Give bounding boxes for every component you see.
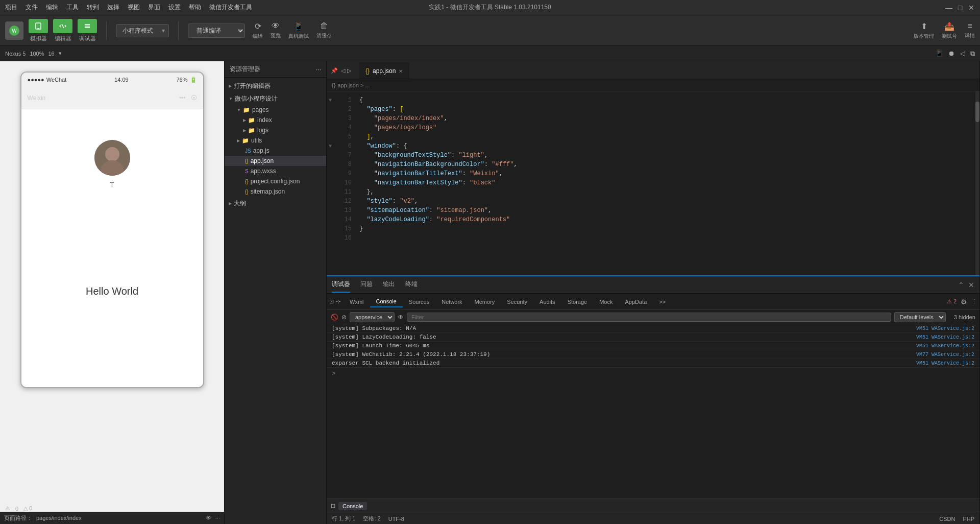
console-clear-icon[interactable]: 🚫 (331, 314, 338, 321)
tab-mock[interactable]: Mock (593, 297, 619, 307)
devtools-close-icon[interactable]: ✕ (968, 281, 974, 289)
editor-button[interactable]: 编辑器 (53, 19, 72, 42)
eye-icon[interactable]: 👁 (206, 515, 211, 521)
clear-cache-label: 清缓存 (316, 32, 332, 39)
phone-icon[interactable]: 📱 (935, 50, 943, 57)
tab-network[interactable]: Network (435, 297, 468, 307)
test-account-button[interactable]: 📤 测试号 (942, 21, 957, 40)
file-tree-more[interactable]: ··· (316, 66, 321, 73)
more-dots-icon[interactable]: ••• (179, 94, 186, 102)
console-filter-input[interactable] (407, 313, 891, 322)
copy-icon[interactable]: ⧉ (970, 50, 975, 58)
problems-header-tab[interactable]: 问题 (360, 277, 373, 293)
battery-icon: 🔋 (190, 77, 197, 83)
menu-file[interactable]: 文件 (26, 3, 38, 12)
tab-appdata[interactable]: AppData (619, 297, 653, 307)
log-level-selector[interactable]: Default levels (894, 312, 946, 322)
devtools-settings-icon[interactable]: ⚙ (961, 298, 967, 306)
menu-settings[interactable]: 设置 (168, 3, 181, 12)
pin-icon[interactable]: 📌 (331, 67, 338, 74)
debugger-header-tab[interactable]: 调试器 (332, 277, 350, 293)
tree-item-projectconfig[interactable]: {} project.config.json (225, 176, 326, 186)
project-section-chevron: ▼ (229, 97, 233, 101)
menu-tools[interactable]: 工具 (66, 3, 79, 12)
compile-selector-wrap[interactable]: 普通编译 (188, 23, 245, 38)
simulator-button[interactable]: 模拟器 (29, 19, 48, 42)
tab-appjson[interactable]: {} app.json ✕ (359, 62, 409, 79)
mode-selector[interactable]: 小程序模式 (116, 24, 169, 37)
preview-button[interactable]: 👁 预览 (271, 21, 281, 39)
detail-button[interactable]: ≡ 详情 (965, 21, 975, 39)
terminal-header-tab[interactable]: 终端 (405, 277, 418, 293)
minimize-button[interactable]: — (945, 4, 952, 11)
tree-item-appwxss[interactable]: S app.wxss (225, 166, 326, 176)
console-input-tab[interactable]: Console (338, 502, 367, 510)
record-icon[interactable]: ⏺ (948, 50, 955, 57)
devtools-inspect-icon[interactable]: ⊡ (329, 298, 334, 305)
menu-view[interactable]: 视图 (128, 3, 140, 12)
compile-selector[interactable]: 普通编译 (188, 23, 245, 38)
device-chevron[interactable]: ▾ (59, 50, 62, 57)
tab-wxml[interactable]: Wxml (344, 297, 370, 307)
tab-security[interactable]: Security (501, 297, 533, 307)
tree-item-utils[interactable]: ▶ 📁 utils (225, 135, 326, 146)
scrollbar-thumb[interactable] (975, 102, 979, 122)
toolbar-actions: ⟳ 编译 👁 预览 📱 真机调试 🗑 清缓存 (253, 21, 332, 40)
output-header-tab[interactable]: 输出 (383, 277, 395, 293)
tab-console[interactable]: Console (370, 296, 403, 307)
tree-item-sitemap[interactable]: {} sitemap.json (225, 186, 326, 197)
eye-console-icon[interactable]: 👁 (398, 314, 404, 321)
phone-content: T Hello World (21, 109, 203, 388)
devtools-more-icon[interactable]: ⋮ (971, 298, 977, 305)
menu-help[interactable]: 帮助 (189, 3, 201, 12)
menu-ui[interactable]: 界面 (148, 3, 160, 12)
tree-item-index[interactable]: ▶ 📁 index (225, 115, 326, 125)
tree-item-appjs[interactable]: JS app.js (225, 146, 326, 156)
debugger-button[interactable]: 调试器 (78, 19, 97, 42)
devtools-expand-icon[interactable]: ⌃ (958, 281, 964, 289)
open-editors-header[interactable]: ▶ 打开的编辑器 (225, 80, 326, 92)
code-line-1: { (359, 96, 970, 105)
tab-more-button[interactable]: >> (653, 297, 672, 307)
compile-button[interactable]: ⟳ 编译 (253, 21, 263, 40)
menu-edit[interactable]: 编辑 (46, 3, 58, 12)
index-chevron: ▶ (243, 118, 246, 123)
console-output[interactable]: [system] Subpackages: N/A VM51 WAService… (327, 324, 979, 498)
file-tree-panel: 资源管理器 ··· ▶ 打开的编辑器 ▼ 微信小程序设计 ▼ 📁 (225, 61, 327, 524)
project-section-header[interactable]: ▼ 微信小程序设计 (225, 93, 326, 105)
version-mgmt-button[interactable]: ⬆ 版本管理 (914, 21, 934, 40)
project-section-label: 微信小程序设计 (235, 94, 278, 103)
camera-icon[interactable]: ⦿ (191, 94, 197, 102)
window-controls[interactable]: — □ ✕ (945, 4, 975, 11)
tab-sources[interactable]: Sources (403, 297, 435, 307)
devtools-cursor-icon[interactable]: ⊹ (336, 298, 340, 305)
forward-icon[interactable]: ▷ (347, 67, 351, 74)
clear-cache-button[interactable]: 🗑 清缓存 (316, 21, 332, 39)
menu-project[interactable]: 项目 (5, 3, 17, 12)
tree-item-appjson[interactable]: {} app.json (225, 156, 326, 166)
menu-devtools[interactable]: 微信开发者工具 (209, 3, 252, 12)
close-button[interactable]: ✕ (968, 4, 975, 11)
tree-item-pages[interactable]: ▼ 📁 pages (225, 105, 326, 115)
svg-text:W: W (12, 28, 17, 34)
mode-selector-wrap[interactable]: 小程序模式 (116, 24, 169, 37)
more-icon[interactable]: ··· (215, 515, 220, 521)
menu-select[interactable]: 选择 (107, 3, 119, 12)
tab-memory[interactable]: Memory (469, 297, 501, 307)
rewind-icon[interactable]: ◁ (960, 50, 965, 57)
toolbar-divider-2 (178, 21, 179, 40)
tab-audits[interactable]: Audits (533, 297, 561, 307)
console-filter-icon[interactable]: ⊘ (341, 314, 347, 321)
menu-goto[interactable]: 转到 (87, 3, 99, 12)
maximize-button[interactable]: □ (957, 4, 964, 11)
tree-item-logs[interactable]: ▶ 📁 logs (225, 125, 326, 135)
back-icon[interactable]: ◁ (341, 67, 345, 74)
tab-close-button[interactable]: ✕ (399, 68, 403, 74)
console-input-icon[interactable]: ⊡ (331, 503, 335, 509)
code-line-6: "window": { (359, 141, 970, 151)
tab-storage[interactable]: Storage (561, 297, 594, 307)
pages-folder-icon: 📁 (243, 107, 250, 113)
context-selector[interactable]: appservice (350, 312, 395, 322)
real-debug-button[interactable]: 📱 真机调试 (288, 21, 309, 40)
outline-header[interactable]: ▶ 大纲 (225, 198, 326, 209)
